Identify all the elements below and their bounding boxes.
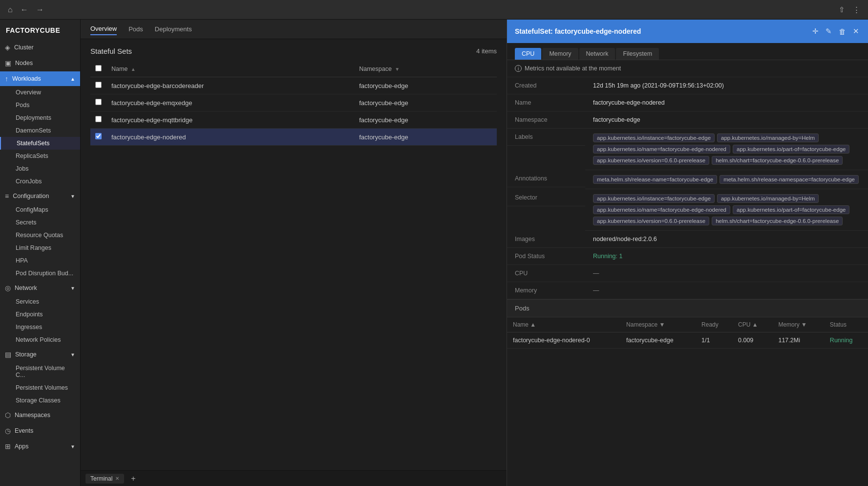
chevron-down-icon-network: ▼ [70, 286, 75, 291]
sort-icon: ▼ [395, 66, 400, 72]
th-name[interactable]: Name ▲ [106, 61, 354, 77]
metrics-tab-network[interactable]: Network [579, 48, 615, 60]
edit-button[interactable]: ✎ [825, 26, 833, 37]
sidebar-item-configmaps[interactable]: ConfigMaps [0, 203, 80, 216]
pod-namespace: factorycube-edge [620, 332, 696, 349]
sort-asc-icon-cpu: ▲ [752, 321, 758, 328]
row-checkbox[interactable] [95, 82, 102, 88]
pod-status: Running [824, 332, 868, 349]
pods-th-name[interactable]: Name ▲ [507, 317, 620, 332]
sidebar-item-overview[interactable]: Overview [0, 86, 80, 99]
sidebar-item-pvc[interactable]: Persistent Volume C... [0, 362, 80, 381]
detail-value-namespace: factorycube-edge [585, 111, 868, 129]
terminal-close-button[interactable]: ✕ [115, 476, 119, 481]
row-name: factorycube-edge-emqxedge [106, 94, 354, 111]
tags-container-selector: app.kubernetes.io/instance=factorycube-e… [593, 194, 860, 225]
chevron-down-icon: ▼ [70, 194, 75, 199]
sidebar-item-hpa[interactable]: HPA [0, 254, 80, 267]
th-namespace[interactable]: Namespace ▼ [354, 61, 497, 77]
pods-table-header-row: Name ▲ Namespace ▼ Ready CPU ▲ Memory ▼ … [507, 317, 868, 332]
sidebar-item-deployments[interactable]: Deployments [0, 111, 80, 124]
sidebar-item-daemonsets[interactable]: DaemonSets [0, 124, 80, 137]
pods-table-row[interactable]: factorycube-edge-nodered-0 factorycube-e… [507, 332, 868, 349]
detail-panel: StatefulSet: factorycube-edge-nodered ✛ … [507, 20, 868, 486]
topbar-actions: ⇧ ⋮ [837, 3, 862, 16]
table-row[interactable]: factorycube-edge-mqttbridge factorycube-… [90, 111, 497, 129]
tag-pill: meta.helm.sh/release-name=factorycube-ed… [593, 175, 717, 184]
detail-label-cpu: CPU [507, 265, 585, 282]
row-checkbox[interactable] [95, 116, 102, 122]
sidebar-item-statefulsets[interactable]: StatefulSets [0, 137, 80, 150]
sidebar-item-pods[interactable]: Pods [0, 99, 80, 111]
sidebar-item-jobs[interactable]: Jobs [0, 162, 80, 175]
table-row[interactable]: factorycube-edge-nodered factorycube-edg… [90, 129, 497, 146]
sidebar-section-workloads: ↑ Workloads ▲ Overview Pods Deployments … [0, 71, 80, 188]
table-row[interactable]: factorycube-edge-emqxedge factorycube-ed… [90, 94, 497, 111]
sidebar-item-secrets[interactable]: Secrets [0, 216, 80, 229]
pods-section-header: Pods [507, 299, 868, 317]
sidebar-item-replicasets[interactable]: ReplicaSets [0, 150, 80, 162]
storage-icon: ▤ [5, 351, 11, 358]
delete-button[interactable]: 🗑 [838, 26, 847, 37]
sidebar-item-limit-ranges[interactable]: Limit Ranges [0, 242, 80, 254]
topbar-navigation: ⌂ ← → [6, 3, 46, 16]
row-checkbox-cell [90, 94, 106, 111]
metrics-tab-memory[interactable]: Memory [542, 48, 578, 60]
sidebar-item-workloads[interactable]: ↑ Workloads ▲ [0, 71, 80, 86]
sidebar-item-storage[interactable]: ▤ Storage ▼ [0, 347, 80, 362]
expand-button[interactable]: ✛ [811, 26, 820, 37]
sidebar-item-network-policies[interactable]: Network Policies [0, 333, 80, 346]
configuration-icon: ≡ [5, 192, 9, 200]
tab-deployments[interactable]: Deployments [155, 23, 192, 35]
table-row[interactable]: factorycube-edge-barcodereader factorycu… [90, 77, 497, 94]
sort-asc-icon-pods: ▲ [530, 321, 536, 328]
sidebar: FACTORYCUBE ◈ Cluster ▣ Nodes ↑ Workload… [0, 20, 81, 486]
sidebar-item-configuration[interactable]: ≡ Configuration ▼ [0, 189, 80, 203]
detail-label-images: Images [507, 231, 585, 248]
pods-th-memory[interactable]: Memory ▼ [772, 317, 824, 332]
table-header-row: Name ▲ Namespace ▼ [90, 61, 497, 77]
sidebar-item-events[interactable]: ◷ Events [0, 423, 80, 438]
select-all-checkbox[interactable] [95, 65, 102, 71]
sidebar-item-pod-disruption[interactable]: Pod Disruption Bud... [0, 267, 80, 280]
metrics-tab-filesystem[interactable]: Filesystem [616, 48, 659, 60]
tag-pill: app.kubernetes.io/instance=factorycube-e… [593, 133, 715, 142]
terminal-tab[interactable]: Terminal ✕ [85, 474, 124, 484]
forward-button[interactable]: → [34, 3, 46, 16]
sidebar-item-ingresses[interactable]: Ingresses [0, 321, 80, 333]
terminal-add-button[interactable]: + [128, 473, 138, 484]
topbar: ⌂ ← → ⇧ ⋮ [0, 0, 868, 20]
sidebar-section-configuration: ≡ Configuration ▼ ConfigMaps Secrets Res… [0, 189, 80, 280]
sidebar-item-endpoints[interactable]: Endpoints [0, 308, 80, 321]
tab-overview[interactable]: Overview [90, 23, 117, 35]
tag-pill: app.kubernetes.io/version=0.6.0-prerelea… [593, 156, 709, 165]
detail-value-pod_status: Running: 1 [585, 248, 868, 265]
row-checkbox[interactable] [95, 133, 102, 139]
row-checkbox[interactable] [95, 99, 102, 105]
more-button[interactable]: ⋮ [851, 3, 862, 16]
sidebar-item-nodes[interactable]: ▣ Nodes [0, 56, 80, 70]
tag-pill: app.kubernetes.io/version=0.6.0-prerelea… [593, 217, 709, 225]
terminal-bar: Terminal ✕ + [81, 470, 507, 486]
detail-title: StatefulSet: factorycube-edge-nodered [515, 27, 806, 35]
sidebar-item-apps[interactable]: ⊞ Apps ▼ [0, 439, 80, 454]
sidebar-item-network[interactable]: ◎ Network ▼ [0, 281, 80, 295]
tag-pill: helm.sh/chart=factorycube-edge-0.6.0-pre… [712, 217, 843, 225]
sidebar-item-storage-classes[interactable]: Storage Classes [0, 394, 80, 407]
sidebar-item-pv[interactable]: Persistent Volumes [0, 381, 80, 394]
sidebar-item-cluster[interactable]: ◈ Cluster [0, 40, 80, 55]
share-button[interactable]: ⇧ [837, 3, 847, 16]
close-button[interactable]: ✕ [852, 26, 860, 37]
pods-th-namespace[interactable]: Namespace ▼ [620, 317, 696, 332]
sidebar-item-namespaces[interactable]: ⬡ Namespaces [0, 408, 80, 422]
metrics-tab-cpu[interactable]: CPU [515, 48, 541, 60]
back-button[interactable]: ← [19, 3, 30, 16]
home-button[interactable]: ⌂ [6, 3, 15, 16]
sidebar-item-cronjobs[interactable]: CronJobs [0, 175, 80, 188]
pods-th-cpu[interactable]: CPU ▲ [732, 317, 772, 332]
sidebar-item-services[interactable]: Services [0, 295, 80, 308]
detail-value-name: factorycube-edge-nodered [585, 94, 868, 111]
tab-pods[interactable]: Pods [128, 23, 143, 35]
sidebar-item-resource-quotas[interactable]: Resource Quotas [0, 229, 80, 242]
namespaces-icon: ⬡ [5, 411, 11, 419]
